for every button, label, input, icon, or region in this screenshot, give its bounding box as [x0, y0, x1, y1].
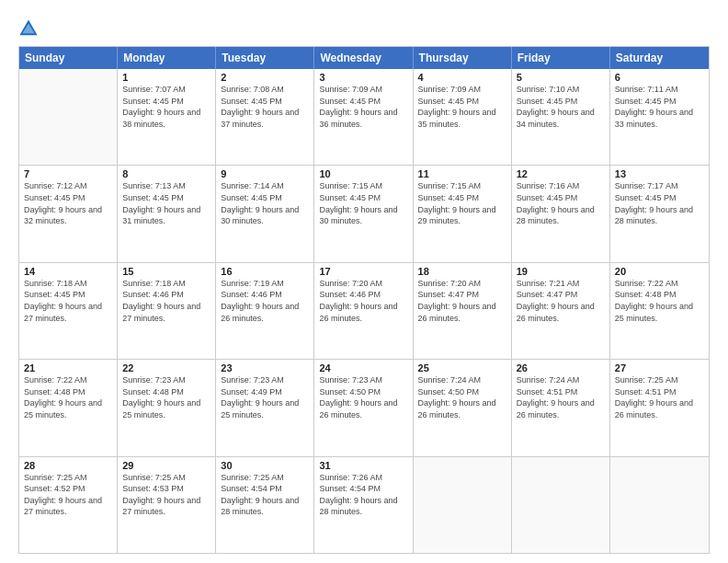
day-number: 18	[418, 266, 506, 277]
weekday-header: Monday	[118, 47, 216, 69]
weekday-header: Tuesday	[216, 47, 314, 69]
day-info: Sunrise: 7:24 AMSunset: 4:51 PMDaylight:…	[517, 374, 605, 420]
day-number: 26	[517, 362, 605, 373]
calendar-cell	[610, 457, 709, 553]
day-info: Sunrise: 7:12 AMSunset: 4:45 PMDaylight:…	[24, 180, 112, 226]
day-number: 23	[221, 362, 309, 373]
calendar-cell: 30Sunrise: 7:25 AMSunset: 4:54 PMDayligh…	[216, 457, 314, 553]
calendar-cell: 28Sunrise: 7:25 AMSunset: 4:52 PMDayligh…	[19, 457, 118, 553]
day-info: Sunrise: 7:15 AMSunset: 4:45 PMDaylight:…	[418, 180, 506, 226]
calendar-cell: 22Sunrise: 7:23 AMSunset: 4:48 PMDayligh…	[118, 360, 216, 455]
calendar-cell: 18Sunrise: 7:20 AMSunset: 4:47 PMDayligh…	[414, 263, 512, 359]
calendar-cell: 15Sunrise: 7:18 AMSunset: 4:46 PMDayligh…	[118, 263, 216, 359]
calendar-cell: 7Sunrise: 7:12 AMSunset: 4:45 PMDaylight…	[19, 166, 118, 261]
calendar-cell: 8Sunrise: 7:13 AMSunset: 4:45 PMDaylight…	[118, 166, 216, 261]
calendar-row: 21Sunrise: 7:22 AMSunset: 4:48 PMDayligh…	[19, 360, 709, 456]
day-number: 31	[319, 460, 407, 471]
calendar-cell: 19Sunrise: 7:21 AMSunset: 4:47 PMDayligh…	[512, 263, 610, 359]
day-info: Sunrise: 7:25 AMSunset: 4:53 PMDaylight:…	[122, 472, 210, 518]
calendar-cell: 23Sunrise: 7:23 AMSunset: 4:49 PMDayligh…	[216, 360, 314, 455]
day-info: Sunrise: 7:08 AMSunset: 4:45 PMDaylight:…	[221, 84, 309, 130]
day-info: Sunrise: 7:09 AMSunset: 4:45 PMDaylight:…	[319, 84, 407, 130]
page: SundayMondayTuesdayWednesdayThursdayFrid…	[0, 0, 728, 563]
logo-icon	[18, 18, 39, 39]
day-info: Sunrise: 7:23 AMSunset: 4:48 PMDaylight:…	[122, 374, 210, 420]
day-info: Sunrise: 7:23 AMSunset: 4:49 PMDaylight:…	[221, 374, 309, 420]
calendar-cell	[19, 69, 118, 165]
calendar-cell: 9Sunrise: 7:14 AMSunset: 4:45 PMDaylight…	[216, 166, 314, 261]
day-number: 24	[319, 362, 407, 373]
calendar-cell: 5Sunrise: 7:10 AMSunset: 4:45 PMDaylight…	[512, 69, 610, 165]
calendar-cell: 2Sunrise: 7:08 AMSunset: 4:45 PMDaylight…	[216, 69, 314, 165]
day-number: 19	[517, 266, 605, 277]
day-info: Sunrise: 7:21 AMSunset: 4:47 PMDaylight:…	[517, 278, 605, 324]
weekday-header: Thursday	[414, 47, 512, 69]
day-number: 11	[418, 168, 506, 179]
day-number: 13	[615, 168, 704, 179]
day-info: Sunrise: 7:18 AMSunset: 4:45 PMDaylight:…	[24, 278, 112, 324]
calendar-cell: 29Sunrise: 7:25 AMSunset: 4:53 PMDayligh…	[118, 457, 216, 553]
weekday-header: Friday	[512, 47, 610, 69]
calendar-row: 14Sunrise: 7:18 AMSunset: 4:45 PMDayligh…	[19, 263, 709, 360]
day-info: Sunrise: 7:20 AMSunset: 4:46 PMDaylight:…	[319, 278, 407, 324]
header	[18, 15, 710, 39]
day-number: 12	[517, 168, 605, 179]
day-info: Sunrise: 7:11 AMSunset: 4:45 PMDaylight:…	[615, 84, 704, 130]
calendar-cell: 13Sunrise: 7:17 AMSunset: 4:45 PMDayligh…	[610, 166, 709, 261]
day-number: 28	[24, 460, 112, 471]
day-number: 10	[319, 168, 407, 179]
day-info: Sunrise: 7:26 AMSunset: 4:54 PMDaylight:…	[319, 472, 407, 518]
calendar-cell: 3Sunrise: 7:09 AMSunset: 4:45 PMDaylight…	[314, 69, 413, 165]
day-number: 2	[221, 72, 309, 83]
calendar-cell: 25Sunrise: 7:24 AMSunset: 4:50 PMDayligh…	[414, 360, 512, 455]
day-info: Sunrise: 7:17 AMSunset: 4:45 PMDaylight:…	[615, 180, 704, 226]
calendar-row: 28Sunrise: 7:25 AMSunset: 4:52 PMDayligh…	[19, 457, 709, 553]
day-number: 30	[221, 460, 309, 471]
calendar-cell: 4Sunrise: 7:09 AMSunset: 4:45 PMDaylight…	[414, 69, 512, 165]
day-info: Sunrise: 7:14 AMSunset: 4:45 PMDaylight:…	[221, 180, 309, 226]
calendar: SundayMondayTuesdayWednesdayThursdayFrid…	[18, 46, 710, 554]
calendar-cell: 26Sunrise: 7:24 AMSunset: 4:51 PMDayligh…	[512, 360, 610, 455]
calendar-header: SundayMondayTuesdayWednesdayThursdayFrid…	[19, 47, 709, 69]
day-info: Sunrise: 7:18 AMSunset: 4:46 PMDaylight:…	[122, 278, 210, 324]
day-number: 7	[24, 168, 112, 179]
calendar-cell: 16Sunrise: 7:19 AMSunset: 4:46 PMDayligh…	[216, 263, 314, 359]
day-info: Sunrise: 7:10 AMSunset: 4:45 PMDaylight:…	[517, 84, 605, 130]
weekday-header: Saturday	[610, 47, 709, 69]
calendar-cell: 11Sunrise: 7:15 AMSunset: 4:45 PMDayligh…	[414, 166, 512, 261]
day-number: 8	[122, 168, 210, 179]
day-number: 5	[517, 72, 605, 83]
day-number: 16	[221, 266, 309, 277]
weekday-header: Sunday	[19, 47, 118, 69]
day-info: Sunrise: 7:19 AMSunset: 4:46 PMDaylight:…	[221, 278, 309, 324]
day-number: 25	[418, 362, 506, 373]
calendar-cell: 12Sunrise: 7:16 AMSunset: 4:45 PMDayligh…	[512, 166, 610, 261]
day-number: 29	[122, 460, 210, 471]
day-info: Sunrise: 7:25 AMSunset: 4:52 PMDaylight:…	[24, 472, 112, 518]
calendar-cell: 21Sunrise: 7:22 AMSunset: 4:48 PMDayligh…	[19, 360, 118, 455]
day-info: Sunrise: 7:07 AMSunset: 4:45 PMDaylight:…	[122, 84, 210, 130]
day-number: 1	[122, 72, 210, 83]
day-info: Sunrise: 7:25 AMSunset: 4:51 PMDaylight:…	[615, 374, 704, 420]
day-info: Sunrise: 7:20 AMSunset: 4:47 PMDaylight:…	[418, 278, 506, 324]
calendar-cell: 14Sunrise: 7:18 AMSunset: 4:45 PMDayligh…	[19, 263, 118, 359]
day-number: 6	[615, 72, 704, 83]
day-number: 14	[24, 266, 112, 277]
calendar-cell: 20Sunrise: 7:22 AMSunset: 4:48 PMDayligh…	[610, 263, 709, 359]
day-number: 22	[122, 362, 210, 373]
calendar-cell: 31Sunrise: 7:26 AMSunset: 4:54 PMDayligh…	[314, 457, 413, 553]
calendar-row: 1Sunrise: 7:07 AMSunset: 4:45 PMDaylight…	[19, 69, 709, 166]
calendar-cell	[414, 457, 512, 553]
calendar-cell: 24Sunrise: 7:23 AMSunset: 4:50 PMDayligh…	[314, 360, 413, 455]
day-info: Sunrise: 7:22 AMSunset: 4:48 PMDaylight:…	[24, 374, 112, 420]
calendar-cell: 17Sunrise: 7:20 AMSunset: 4:46 PMDayligh…	[314, 263, 413, 359]
calendar-cell: 27Sunrise: 7:25 AMSunset: 4:51 PMDayligh…	[610, 360, 709, 455]
day-number: 9	[221, 168, 309, 179]
calendar-cell: 10Sunrise: 7:15 AMSunset: 4:45 PMDayligh…	[314, 166, 413, 261]
day-number: 20	[615, 266, 704, 277]
calendar-cell: 1Sunrise: 7:07 AMSunset: 4:45 PMDaylight…	[118, 69, 216, 165]
day-number: 3	[319, 72, 407, 83]
calendar-row: 7Sunrise: 7:12 AMSunset: 4:45 PMDaylight…	[19, 166, 709, 262]
day-info: Sunrise: 7:15 AMSunset: 4:45 PMDaylight:…	[319, 180, 407, 226]
calendar-cell	[512, 457, 610, 553]
